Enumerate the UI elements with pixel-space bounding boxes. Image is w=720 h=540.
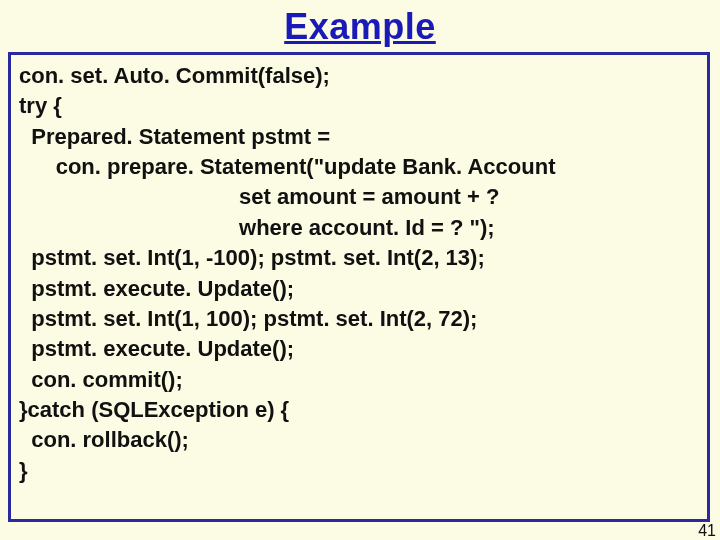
- code-line: }: [19, 456, 699, 486]
- code-line: set amount = amount + ?: [19, 182, 699, 212]
- code-line: con. prepare. Statement("update Bank. Ac…: [19, 152, 699, 182]
- code-line: Prepared. Statement pstmt =: [19, 122, 699, 152]
- code-line: con. set. Auto. Commit(false);: [19, 61, 699, 91]
- page-number: 41: [698, 522, 716, 540]
- code-line: con. commit();: [19, 365, 699, 395]
- code-line: pstmt. execute. Update();: [19, 274, 699, 304]
- code-line: }catch (SQLException e) {: [19, 395, 699, 425]
- code-line: pstmt. set. Int(1, -100); pstmt. set. In…: [19, 243, 699, 273]
- slide-title: Example: [0, 6, 720, 48]
- code-line: pstmt. execute. Update();: [19, 334, 699, 364]
- code-line: pstmt. set. Int(1, 100); pstmt. set. Int…: [19, 304, 699, 334]
- code-box: con. set. Auto. Commit(false); try { Pre…: [8, 52, 710, 522]
- code-line: where account. Id = ? ");: [19, 213, 699, 243]
- slide: Example con. set. Auto. Commit(false); t…: [0, 6, 720, 540]
- code-line: con. rollback();: [19, 425, 699, 455]
- code-line: try {: [19, 91, 699, 121]
